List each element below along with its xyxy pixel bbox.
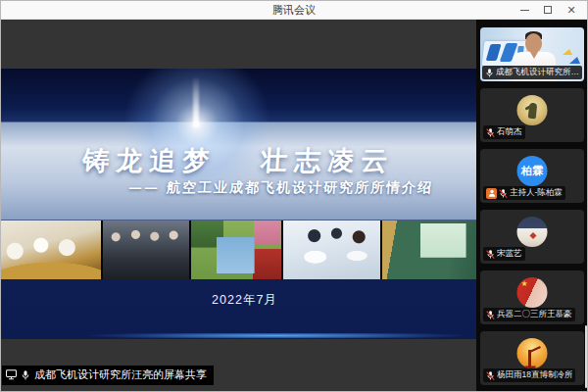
avatar	[517, 95, 548, 125]
sidebar-scrollbar[interactable]	[585, 325, 587, 388]
screen-share-label: 成都飞机设计研究所汪亮的屏幕共享	[34, 368, 207, 382]
slide-title: 铸龙追梦 壮志凌云	[1, 143, 476, 178]
screen-share-banner: 成都飞机设计研究所汪亮的屏幕共享	[2, 366, 214, 385]
window-title: 腾讯会议	[272, 3, 316, 18]
slide-subtitle: —— 航空工业成都飞机设计研究所所情介绍	[1, 179, 476, 197]
participant-name-tag: 兵器二〇三所王慕豪	[483, 308, 575, 321]
minimize-icon	[520, 10, 529, 11]
mic-muted-icon	[486, 370, 495, 381]
participant-name: 兵器二〇三所王慕豪	[497, 309, 572, 320]
participants-sidebar: 成都飞机设计研究所汪亮 石萌杰 柏霖	[476, 20, 587, 391]
maximize-icon	[544, 6, 552, 14]
close-icon: ✕	[566, 4, 575, 17]
participant-tile-chenbolin[interactable]: 柏霖 主持人-陈柏霖	[480, 149, 584, 203]
mic-muted-icon	[486, 127, 495, 138]
maximize-button[interactable]	[538, 2, 558, 18]
mic-muted-icon	[499, 188, 508, 199]
slide-bottom-glow	[1, 333, 476, 338]
photo-group-meeting	[103, 220, 189, 279]
presentation-slide: 铸龙追梦 壮志凌云 —— 航空工业成都飞机设计研究所所情介绍 2022年7月	[1, 69, 476, 339]
meeting-content: 铸龙追梦 壮志凌云 —— 航空工业成都飞机设计研究所所情介绍 2022年7月	[1, 20, 587, 391]
participant-name-tag: 杨田雨18直博制冷所	[483, 368, 575, 382]
avatar	[517, 217, 548, 247]
mic-muted-icon	[486, 249, 495, 260]
photo-campus-collage	[191, 220, 281, 279]
participant-tile-shimengjie[interactable]: 石萌杰	[480, 88, 584, 142]
participant-name-tag: 宋蓝艺	[483, 247, 525, 261]
participant-name: 杨田雨18直博制冷所	[497, 369, 572, 381]
participant-name-tag: 主持人-陈柏霖	[483, 186, 565, 200]
mic-on-icon	[485, 68, 494, 78]
participant-name: 成都飞机设计研究所汪亮	[496, 67, 579, 78]
screen-share-icon	[6, 369, 17, 380]
paper-plane-icon	[569, 57, 580, 64]
mic-muted-icon	[486, 310, 495, 320]
participant-name: 石萌杰	[497, 126, 522, 138]
slide-title-part2: 壮志凌云	[260, 143, 396, 178]
slide-photo-strip	[1, 220, 476, 279]
paper-plane-icon	[563, 49, 572, 55]
avatar: ★	[517, 277, 548, 308]
participant-name: 主持人-陈柏霖	[510, 187, 563, 199]
sun-glow-graphic	[193, 76, 199, 127]
slide-date: 2022年7月	[1, 292, 476, 309]
participant-name-tag: 石萌杰	[483, 125, 525, 139]
photo-conference-room	[382, 220, 476, 279]
participant-name-tag: 成都飞机设计研究所汪亮	[482, 66, 582, 79]
photo-office-discussion	[283, 220, 380, 279]
participant-name: 宋蓝艺	[497, 248, 522, 260]
participant-tile-wangmuhao[interactable]: ★ 兵器二〇三所王慕豪	[480, 270, 584, 324]
shared-screen-area[interactable]: 铸龙追梦 壮志凌云 —— 航空工业成都飞机设计研究所所情介绍 2022年7月	[1, 20, 476, 391]
window-controls: ✕	[514, 1, 581, 19]
photo-office-scene	[1, 220, 101, 279]
avatar: 柏霖	[517, 156, 548, 186]
participant-tile-yangtianyu[interactable]: 杨田雨18直博制冷所	[480, 331, 584, 385]
participant-tile-wangliang[interactable]: 成都飞机设计研究所汪亮	[480, 27, 584, 81]
person-figure	[525, 33, 542, 53]
meeting-window: 腾讯会议 ✕ 铸龙追梦 壮志凌云 —— 航空工业成都飞机设计研究所所情介绍	[0, 0, 588, 392]
close-button[interactable]: ✕	[562, 2, 581, 18]
host-badge-icon	[486, 188, 497, 199]
minimize-button[interactable]	[514, 2, 534, 18]
avatar	[517, 338, 548, 368]
window-titlebar[interactable]: 腾讯会议 ✕	[1, 1, 587, 20]
slide-title-part1: 铸龙追梦	[81, 143, 218, 178]
mic-icon	[21, 369, 30, 381]
participant-tile-songlanyi[interactable]: 宋蓝艺	[480, 210, 584, 264]
